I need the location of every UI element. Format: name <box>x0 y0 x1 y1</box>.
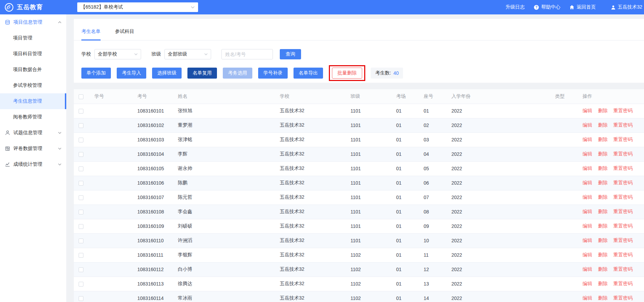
back-home-label: 返回首页 <box>576 4 596 10</box>
add-single-button[interactable]: 单个添加 <box>81 68 111 79</box>
reset-password-link[interactable]: 重置密码 <box>613 209 633 214</box>
sidebar-item-9[interactable]: 成绩统计管理 <box>0 156 66 172</box>
tab-exam-subjects[interactable]: 参试科目 <box>115 28 134 40</box>
cell-seat: 08 <box>419 205 447 219</box>
edit-link[interactable]: 编辑 <box>583 108 592 113</box>
delete-link[interactable]: 删除 <box>598 194 608 200</box>
reset-password-link[interactable]: 重置密码 <box>613 137 633 142</box>
batch-delete-button[interactable]: 批量删除 <box>332 68 362 79</box>
edit-link[interactable]: 编辑 <box>583 137 592 142</box>
delete-link[interactable]: 删除 <box>598 151 608 156</box>
cell-type <box>550 205 578 219</box>
back-home-link[interactable]: 返回首页 <box>570 4 596 10</box>
cell-type <box>550 262 578 277</box>
cell-class: 1101 <box>346 147 391 161</box>
edit-link[interactable]: 编辑 <box>583 295 592 301</box>
class-select[interactable]: 全部班级 <box>164 49 211 59</box>
delete-link[interactable]: 删除 <box>598 237 608 243</box>
sidebar-item-label: 项目科目管理 <box>13 51 42 57</box>
edit-link[interactable]: 编辑 <box>583 266 592 272</box>
delete-link[interactable]: 删除 <box>598 295 608 301</box>
edit-link[interactable]: 编辑 <box>583 180 592 185</box>
row-checkbox[interactable] <box>79 224 83 229</box>
edit-link[interactable]: 编辑 <box>583 281 592 286</box>
table-row: 1083160101 张恒旭 五岳技术32 1101 01 01 2022 编辑… <box>74 104 644 118</box>
sidebar-item-6[interactable]: 阅卷教师管理 <box>0 109 66 125</box>
edit-link[interactable]: 编辑 <box>583 223 592 229</box>
row-checkbox[interactable] <box>79 123 83 128</box>
cell-room: 01 <box>391 291 419 302</box>
project-select-dropdown[interactable]: 【65182】单校考试 <box>77 2 198 12</box>
sidebar-item-8[interactable]: 评卷数据管理 <box>0 141 66 156</box>
row-checkbox[interactable] <box>79 296 83 301</box>
edit-link[interactable]: 编辑 <box>583 194 592 200</box>
select-class-button[interactable]: 选择班级 <box>152 68 182 79</box>
sidebar-item-1[interactable]: 项目管理 <box>0 30 66 46</box>
reset-password-link[interactable]: 重置密码 <box>613 165 633 171</box>
sidebar-item-3[interactable]: 项目数据合并 <box>0 62 66 78</box>
delete-link[interactable]: 删除 <box>598 266 608 272</box>
exam-affairs-select-button[interactable]: 考务选用 <box>223 68 252 79</box>
help-center-link[interactable]: ? 帮助中心 <box>534 4 560 10</box>
export-list-button[interactable]: 名单导出 <box>294 68 323 79</box>
reset-password-link[interactable]: 重置密码 <box>613 237 633 243</box>
row-checkbox[interactable] <box>79 195 83 200</box>
delete-link[interactable]: 删除 <box>598 180 608 185</box>
delete-link[interactable]: 删除 <box>598 137 608 142</box>
sidebar-item-7[interactable]: 试题信息管理 <box>0 125 66 141</box>
edit-link[interactable]: 编辑 <box>583 237 592 243</box>
sidebar-item-0[interactable]: 项目信息管理 <box>0 14 66 30</box>
reset-password-link[interactable]: 重置密码 <box>613 266 633 272</box>
reset-password-link[interactable]: 重置密码 <box>613 223 633 229</box>
upgrade-log-link[interactable]: 升级日志 <box>505 4 525 10</box>
reset-password-link[interactable]: 重置密码 <box>613 194 633 200</box>
reset-password-link[interactable]: 重置密码 <box>613 252 633 257</box>
sidebar-item-5[interactable]: 考生信息管理 <box>0 93 66 109</box>
row-checkbox[interactable] <box>79 282 83 287</box>
delete-link[interactable]: 删除 <box>598 281 608 286</box>
reset-password-link[interactable]: 重置密码 <box>613 281 633 286</box>
row-checkbox[interactable] <box>79 152 83 157</box>
row-checkbox[interactable] <box>79 138 83 142</box>
edit-link[interactable]: 编辑 <box>583 151 592 156</box>
current-user[interactable]: 五岳技术32 <box>611 4 642 10</box>
row-checkbox[interactable] <box>79 109 83 114</box>
cell-school: 五岳技术32 <box>275 132 346 147</box>
delete-link[interactable]: 删除 <box>598 108 608 113</box>
delete-link[interactable]: 删除 <box>598 165 608 171</box>
keyword-input[interactable] <box>221 49 273 59</box>
edit-link[interactable]: 编辑 <box>583 252 592 257</box>
delete-link[interactable]: 删除 <box>598 209 608 214</box>
reset-password-link[interactable]: 重置密码 <box>613 108 633 113</box>
delete-link[interactable]: 删除 <box>598 252 608 257</box>
reset-password-link[interactable]: 重置密码 <box>613 295 633 301</box>
row-checkbox[interactable] <box>79 181 83 186</box>
school-select[interactable]: 全部学校 <box>94 49 141 59</box>
row-checkbox[interactable] <box>79 166 83 171</box>
logo-swirl-icon <box>4 3 14 12</box>
cell-school: 五岳技术32 <box>275 248 346 262</box>
col-student-no: 学号 <box>90 89 133 104</box>
tab-student-list[interactable]: 考生名单 <box>81 28 101 40</box>
edit-link[interactable]: 编辑 <box>583 209 592 214</box>
edit-link[interactable]: 编辑 <box>583 165 592 171</box>
reuse-list-button[interactable]: 名单复用 <box>187 68 217 79</box>
sidebar-item-4[interactable]: 参试学校管理 <box>0 78 66 93</box>
edit-link[interactable]: 编辑 <box>583 122 592 128</box>
select-all-checkbox[interactable] <box>79 94 83 99</box>
reset-password-link[interactable]: 重置密码 <box>613 151 633 156</box>
search-button[interactable]: 查询 <box>280 49 301 59</box>
reset-password-link[interactable]: 重置密码 <box>613 122 633 128</box>
delete-link[interactable]: 删除 <box>598 122 608 128</box>
student-no-supplement-button[interactable]: 学号补录 <box>258 68 288 79</box>
sidebar-item-2[interactable]: 项目科目管理 <box>0 46 66 62</box>
current-user-label: 五岳技术32 <box>618 4 642 10</box>
reset-password-link[interactable]: 重置密码 <box>613 180 633 185</box>
row-checkbox[interactable] <box>79 239 83 243</box>
row-checkbox[interactable] <box>79 210 83 214</box>
cell-room: 01 <box>391 277 419 291</box>
import-students-button[interactable]: 考生导入 <box>117 68 146 79</box>
delete-link[interactable]: 删除 <box>598 223 608 229</box>
row-checkbox[interactable] <box>79 267 83 272</box>
row-checkbox[interactable] <box>79 253 83 258</box>
